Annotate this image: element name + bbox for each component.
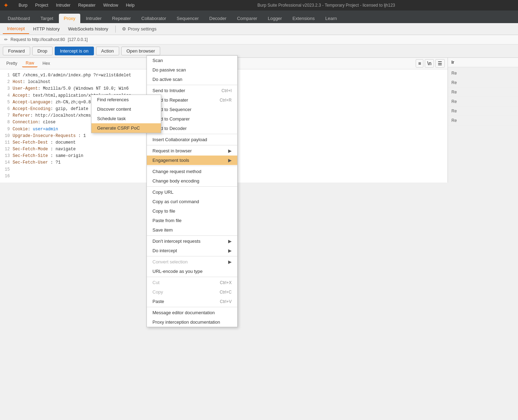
separator-6	[147, 235, 237, 236]
menu-copy-url[interactable]: Copy URL	[147, 187, 237, 197]
menu-do-intercept[interactable]: Do intercept▶	[147, 246, 237, 255]
submenu-discover-content[interactable]: Discover content	[91, 104, 161, 114]
menu-copy-curl[interactable]: Copy as curl command	[147, 197, 237, 206]
menu-insert-collaborator[interactable]: Insert Collaborator payload	[147, 135, 237, 144]
shortcut-repeater: Ctrl+R	[220, 98, 232, 103]
submenu-find-references[interactable]: Find references	[91, 95, 161, 104]
separator-2	[147, 134, 237, 134]
separator-3	[147, 145, 237, 145]
menu-convert-selection[interactable]: Convert selection▶	[147, 257, 237, 267]
shortcut-intruder: Ctrl+I	[221, 88, 232, 93]
shortcut-paste: Ctrl+V	[220, 299, 232, 304]
menu-request-in-browser[interactable]: Request in browser▶	[147, 146, 237, 156]
arrow-do-intercept: ▶	[228, 248, 232, 253]
menu-scan[interactable]: Scan	[147, 56, 237, 65]
menu-paste[interactable]: PasteCtrl+V	[147, 297, 237, 306]
menu-change-request-method[interactable]: Change request method	[147, 167, 237, 176]
menu-change-body-encoding[interactable]: Change body encoding	[147, 176, 237, 186]
menu-send-to-intruder[interactable]: Send to IntruderCtrl+I	[147, 86, 237, 95]
menu-engagement-tools[interactable]: Engagement tools▶	[147, 156, 237, 165]
arrow-engagement: ▶	[228, 158, 232, 163]
menu-cut[interactable]: CutCtrl+X	[147, 278, 237, 287]
context-menu-overlay[interactable]: Scan Do passive scan Do active scan Send…	[0, 0, 518, 420]
engagement-submenu[interactable]: Find references Discover content Schedul…	[91, 95, 161, 133]
submenu-generate-csrf[interactable]: Generate CSRF PoC	[91, 123, 161, 133]
arrow-request-browser: ▶	[228, 148, 232, 153]
shortcut-copy: Ctrl+C	[220, 290, 232, 295]
menu-do-active-scan[interactable]: Do active scan	[147, 75, 237, 84]
menu-do-passive-scan[interactable]: Do passive scan	[147, 65, 237, 75]
separator-9	[147, 307, 237, 307]
separator-4	[147, 166, 237, 166]
menu-copy-to-file[interactable]: Copy to file	[147, 206, 237, 216]
shortcut-cut: Ctrl+X	[220, 280, 232, 285]
menu-dont-intercept[interactable]: Don't intercept requests▶	[147, 236, 237, 246]
separator-7	[147, 256, 237, 256]
arrow-dont-intercept: ▶	[228, 239, 232, 244]
submenu-schedule-task[interactable]: Schedule task	[91, 114, 161, 123]
separator-1	[147, 85, 237, 85]
menu-save-item[interactable]: Save item	[147, 225, 237, 235]
menu-proxy-intercept-docs[interactable]: Proxy interception documentation	[147, 317, 237, 327]
arrow-convert: ▶	[228, 259, 232, 264]
separator-8	[147, 277, 237, 277]
menu-paste-from-file[interactable]: Paste from file	[147, 216, 237, 225]
separator-5	[147, 186, 237, 187]
menu-url-encode[interactable]: URL-encode as you type	[147, 267, 237, 276]
menu-copy[interactable]: CopyCtrl+C	[147, 287, 237, 297]
menu-msg-editor-docs[interactable]: Message editor documentation	[147, 308, 237, 317]
